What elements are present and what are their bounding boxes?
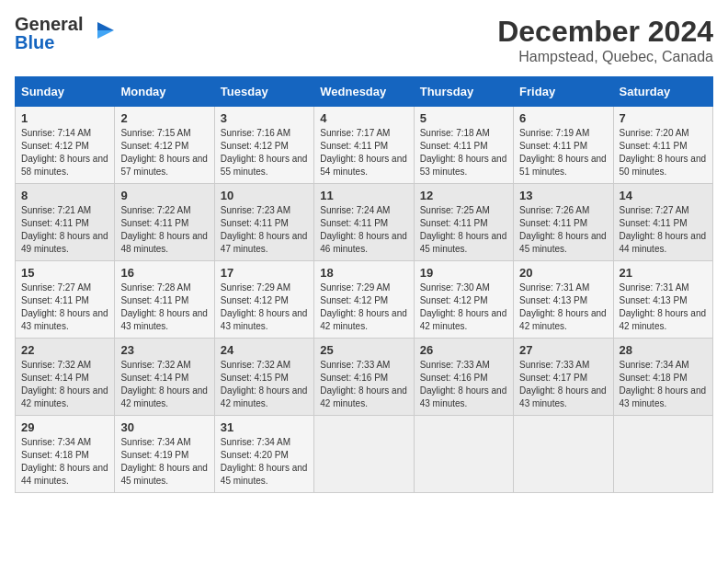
day-number: 22	[21, 343, 108, 357]
week-row-2: 8Sunrise: 7:21 AMSunset: 4:11 PMDaylight…	[16, 184, 713, 261]
header-cell-saturday: Saturday	[613, 77, 712, 107]
day-cell: 3Sunrise: 7:16 AMSunset: 4:12 PMDaylight…	[214, 107, 313, 184]
day-cell: 31Sunrise: 7:34 AMSunset: 4:20 PMDayligh…	[214, 416, 313, 493]
day-cell: 17Sunrise: 7:29 AMSunset: 4:12 PMDayligh…	[214, 261, 313, 339]
day-number: 3	[221, 111, 308, 125]
day-info: Sunrise: 7:19 AMSunset: 4:11 PMDaylight:…	[519, 128, 607, 177]
page-header: General Blue December 2024 Hampstead, Qu…	[15, 15, 713, 65]
day-number: 5	[420, 111, 507, 125]
day-info: Sunrise: 7:32 AMSunset: 4:14 PMDaylight:…	[120, 360, 208, 408]
day-info: Sunrise: 7:33 AMSunset: 4:17 PMDaylight:…	[519, 360, 607, 408]
day-cell: 27Sunrise: 7:33 AMSunset: 4:17 PMDayligh…	[514, 339, 613, 416]
calendar-table: SundayMondayTuesdayWednesdayThursdayFrid…	[15, 76, 713, 493]
day-number: 20	[519, 266, 607, 280]
day-number: 21	[620, 266, 707, 280]
day-info: Sunrise: 7:16 AMSunset: 4:12 PMDaylight:…	[221, 128, 308, 177]
day-cell: 1Sunrise: 7:14 AMSunset: 4:12 PMDaylight…	[16, 107, 115, 184]
day-cell: 15Sunrise: 7:27 AMSunset: 4:11 PMDayligh…	[16, 261, 115, 339]
day-number: 27	[519, 343, 607, 357]
header-cell-sunday: Sunday	[16, 77, 115, 107]
week-row-1: 1Sunrise: 7:14 AMSunset: 4:12 PMDaylight…	[16, 107, 713, 184]
day-info: Sunrise: 7:34 AMSunset: 4:20 PMDaylight:…	[221, 437, 308, 486]
logo-general: General	[15, 15, 83, 33]
day-cell: 29Sunrise: 7:34 AMSunset: 4:18 PMDayligh…	[16, 416, 115, 493]
day-cell	[314, 416, 414, 493]
sub-title: Hampstead, Quebec, Canada	[497, 49, 713, 65]
day-cell: 25Sunrise: 7:33 AMSunset: 4:16 PMDayligh…	[314, 339, 414, 416]
main-title: December 2024	[497, 15, 713, 49]
day-info: Sunrise: 7:26 AMSunset: 4:11 PMDaylight:…	[519, 205, 607, 254]
day-cell: 20Sunrise: 7:31 AMSunset: 4:13 PMDayligh…	[514, 261, 613, 339]
day-cell	[414, 416, 513, 493]
day-info: Sunrise: 7:27 AMSunset: 4:11 PMDaylight:…	[620, 205, 707, 254]
day-number: 9	[120, 189, 208, 202]
day-cell: 8Sunrise: 7:21 AMSunset: 4:11 PMDaylight…	[16, 184, 115, 261]
day-number: 8	[21, 189, 108, 202]
day-number: 16	[120, 266, 208, 280]
day-cell: 11Sunrise: 7:24 AMSunset: 4:11 PMDayligh…	[314, 184, 414, 261]
day-number: 1	[21, 111, 108, 125]
day-info: Sunrise: 7:25 AMSunset: 4:11 PMDaylight:…	[420, 205, 507, 254]
day-number: 11	[320, 189, 407, 202]
day-number: 31	[221, 420, 308, 434]
svg-marker-1	[97, 30, 114, 39]
day-cell: 18Sunrise: 7:29 AMSunset: 4:12 PMDayligh…	[314, 261, 414, 339]
day-info: Sunrise: 7:28 AMSunset: 4:11 PMDaylight:…	[120, 282, 208, 331]
day-number: 26	[420, 343, 507, 357]
day-cell	[613, 416, 712, 493]
day-cell: 12Sunrise: 7:25 AMSunset: 4:11 PMDayligh…	[414, 184, 513, 261]
day-info: Sunrise: 7:29 AMSunset: 4:12 PMDaylight:…	[320, 282, 407, 331]
calendar-header-row: SundayMondayTuesdayWednesdayThursdayFrid…	[16, 77, 713, 107]
day-cell: 19Sunrise: 7:30 AMSunset: 4:12 PMDayligh…	[414, 261, 513, 339]
day-number: 23	[120, 343, 208, 357]
logo-blue: Blue	[15, 33, 83, 52]
day-cell: 9Sunrise: 7:22 AMSunset: 4:11 PMDaylight…	[115, 184, 214, 261]
day-info: Sunrise: 7:31 AMSunset: 4:13 PMDaylight:…	[519, 282, 607, 331]
day-cell: 26Sunrise: 7:33 AMSunset: 4:16 PMDayligh…	[414, 339, 513, 416]
header-cell-friday: Friday	[514, 77, 613, 107]
day-number: 30	[120, 420, 208, 434]
header-cell-monday: Monday	[115, 77, 214, 107]
day-cell: 7Sunrise: 7:20 AMSunset: 4:11 PMDaylight…	[613, 107, 712, 184]
day-number: 15	[21, 266, 108, 280]
day-number: 29	[21, 420, 108, 434]
title-area: December 2024 Hampstead, Quebec, Canada	[497, 15, 713, 65]
day-number: 28	[620, 343, 707, 357]
day-info: Sunrise: 7:29 AMSunset: 4:12 PMDaylight:…	[221, 282, 308, 331]
day-number: 10	[221, 189, 308, 202]
day-info: Sunrise: 7:21 AMSunset: 4:11 PMDaylight:…	[21, 205, 108, 254]
day-number: 7	[620, 111, 707, 125]
day-cell: 21Sunrise: 7:31 AMSunset: 4:13 PMDayligh…	[613, 261, 712, 339]
day-info: Sunrise: 7:22 AMSunset: 4:11 PMDaylight:…	[120, 205, 208, 254]
day-info: Sunrise: 7:32 AMSunset: 4:15 PMDaylight:…	[221, 360, 308, 408]
day-cell: 28Sunrise: 7:34 AMSunset: 4:18 PMDayligh…	[613, 339, 712, 416]
day-number: 13	[519, 189, 607, 202]
day-info: Sunrise: 7:33 AMSunset: 4:16 PMDaylight:…	[420, 360, 507, 408]
day-info: Sunrise: 7:30 AMSunset: 4:12 PMDaylight:…	[420, 282, 507, 331]
day-info: Sunrise: 7:34 AMSunset: 4:19 PMDaylight:…	[120, 437, 208, 486]
day-info: Sunrise: 7:31 AMSunset: 4:13 PMDaylight:…	[620, 282, 707, 331]
day-cell: 4Sunrise: 7:17 AMSunset: 4:11 PMDaylight…	[314, 107, 414, 184]
day-info: Sunrise: 7:14 AMSunset: 4:12 PMDaylight:…	[21, 128, 108, 177]
day-cell: 16Sunrise: 7:28 AMSunset: 4:11 PMDayligh…	[115, 261, 214, 339]
day-info: Sunrise: 7:23 AMSunset: 4:11 PMDaylight:…	[221, 205, 308, 254]
header-cell-tuesday: Tuesday	[214, 77, 313, 107]
day-cell: 30Sunrise: 7:34 AMSunset: 4:19 PMDayligh…	[115, 416, 214, 493]
day-cell: 13Sunrise: 7:26 AMSunset: 4:11 PMDayligh…	[514, 184, 613, 261]
day-number: 14	[620, 189, 707, 202]
week-row-3: 15Sunrise: 7:27 AMSunset: 4:11 PMDayligh…	[16, 261, 713, 339]
calendar-body: 1Sunrise: 7:14 AMSunset: 4:12 PMDaylight…	[16, 107, 713, 493]
day-number: 4	[320, 111, 407, 125]
day-info: Sunrise: 7:33 AMSunset: 4:16 PMDaylight:…	[320, 360, 407, 408]
svg-marker-0	[97, 22, 114, 30]
week-row-4: 22Sunrise: 7:32 AMSunset: 4:14 PMDayligh…	[16, 339, 713, 416]
day-number: 25	[320, 343, 407, 357]
day-info: Sunrise: 7:24 AMSunset: 4:11 PMDaylight:…	[320, 205, 407, 254]
day-cell: 2Sunrise: 7:15 AMSunset: 4:12 PMDaylight…	[115, 107, 214, 184]
day-info: Sunrise: 7:20 AMSunset: 4:11 PMDaylight:…	[620, 128, 707, 177]
day-number: 6	[519, 111, 607, 125]
week-row-5: 29Sunrise: 7:34 AMSunset: 4:18 PMDayligh…	[16, 416, 713, 493]
day-number: 12	[420, 189, 507, 202]
day-info: Sunrise: 7:34 AMSunset: 4:18 PMDaylight:…	[21, 437, 108, 486]
logo-icon	[88, 17, 116, 49]
